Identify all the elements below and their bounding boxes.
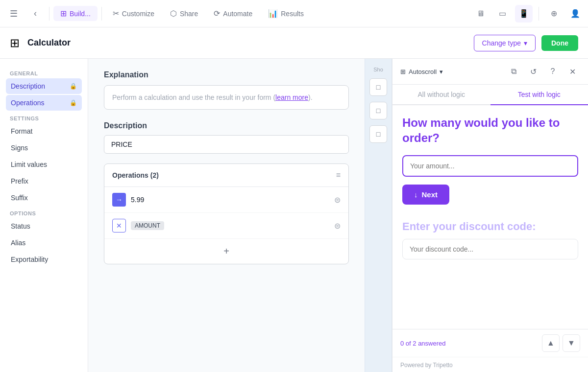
preview-area: How many would you like to order? ↓ Next… [392,105,588,329]
operation-row-1: → 5.99 ⊜ [104,187,348,213]
nav-divider-1 [49,7,49,21]
menu-button[interactable]: ☰ [4,4,24,23]
automate-icon: ⟳ [214,9,220,18]
bottom-bar: 0 of 2 answered ▲ ▼ [392,329,588,357]
customize-icon: ✂ [113,9,119,18]
close-right-panel-button[interactable]: ✕ [564,64,580,79]
sidebar-item-status[interactable]: Status [6,218,82,234]
nav-divider-3 [539,7,539,21]
nav-tab-build[interactable]: ⊞ Build... [53,6,98,21]
nav-tab-customize[interactable]: ✂ Customize [106,6,161,21]
middle-divider: Sho □ □ □ [365,59,392,372]
arrow-up-button[interactable]: ▲ [542,334,560,352]
share-icon: ⬡ [170,9,177,18]
left-sidebar: General Description 🔒 Operations 🔒 Setti… [0,59,88,372]
refresh-button[interactable]: ↺ [525,64,541,79]
autoscroll-button[interactable]: ⊞ Autoscroll ▾ [400,68,443,75]
logic-tabs: All without logic Test with logic [392,85,588,105]
discount-input[interactable] [402,239,578,259]
multiply-icon: ✕ [112,219,126,232]
nav-tab-results[interactable]: 📊 Results [261,6,311,21]
sidebar-item-operations[interactable]: Operations 🔒 [6,95,82,111]
sidebar-item-description[interactable]: Description 🔒 [6,78,82,94]
arrow-right-icon: → [112,193,126,207]
general-section-label: General [6,67,82,78]
tab-all-without-logic[interactable]: All without logic [392,85,490,105]
sidebar-item-exportability[interactable]: Exportability [6,252,82,267]
sidebar-item-suffix[interactable]: Suffix [6,190,82,206]
center-content: Explanation Perform a calculation and us… [88,59,365,372]
chevron-down-icon: ▾ [524,39,527,47]
tablet-view-button[interactable]: ▭ [493,5,511,23]
user-button[interactable]: 👤 [566,5,584,23]
learn-more-link[interactable]: learn more [275,93,308,101]
down-arrow-icon: ↓ [414,190,418,199]
tab-test-with-logic[interactable]: Test with logic [490,85,588,105]
answered-text: 0 of 2 answered [400,340,446,347]
right-header-icons: ⧉ ↺ ? ✕ [506,64,580,79]
main-layout: General Description 🔒 Operations 🔒 Setti… [0,59,588,372]
settings-section-label: Settings [6,112,82,123]
done-button[interactable]: Done [541,35,578,51]
mid-button-1[interactable]: □ [369,78,387,96]
next-button[interactable]: ↓ Next [402,185,449,205]
powered-by-bar: Powered by Tripetto [392,357,588,372]
calculator-title: Calculator [27,38,71,48]
options-section-label: Options [6,207,82,218]
nav-right-section: 🖥 ▭ 📱 ⊕ 👤 [472,5,584,23]
right-panel-header: ⊞ Autoscroll ▾ ⧉ ↺ ? ✕ [392,59,588,85]
back-button[interactable]: ‹ [25,4,45,23]
globe-button[interactable]: ⊕ [545,5,563,23]
sidebar-item-format[interactable]: Format [6,123,82,139]
copy-button[interactable]: ⧉ [506,64,521,79]
mobile-view-button[interactable]: 📱 [515,5,533,23]
description-label: Description [104,121,349,130]
mid-button-2[interactable]: □ [369,102,387,119]
autoscroll-chevron-icon: ▾ [440,68,443,75]
add-icon: + [223,246,229,257]
sidebar-item-limit-values[interactable]: Limit values [6,157,82,172]
autoscroll-icon: ⊞ [400,68,406,75]
operation-1-menu-icon[interactable]: ⊜ [334,195,341,205]
operation-2-menu-icon[interactable]: ⊜ [334,221,341,231]
explanation-title: Explanation [104,70,349,79]
discount-label: Enter your discount code: [402,220,578,233]
powered-by-text: Powered by Tripetto [400,362,453,369]
amount-input[interactable] [402,155,578,177]
results-icon: 📊 [268,9,278,18]
lock-icon-description: 🔒 [70,83,77,90]
calculator-logo-icon: ⊞ [10,36,20,50]
sidebar-item-alias[interactable]: Alias [6,235,82,251]
show-label: Sho [373,67,383,72]
sidebar-item-signs[interactable]: Signs [6,140,82,156]
build-icon: ⊞ [60,9,67,18]
sidebar-item-prefix[interactable]: Prefix [6,173,82,189]
top-navigation: ☰ ‹ ⊞ Build... ✂ Customize ⬡ Share ⟳ Aut… [0,0,588,27]
operations-header: Operations (2) ≡ [104,164,348,187]
explanation-box: Perform a calculation and use the result… [104,85,349,110]
lock-icon-operations: 🔒 [70,99,77,106]
right-panel: ⊞ Autoscroll ▾ ⧉ ↺ ? ✕ All without logic… [392,59,588,372]
operations-title: Operations (2) [112,171,159,179]
help-button[interactable]: ? [545,64,561,79]
desktop-view-button[interactable]: 🖥 [472,5,490,23]
nav-tab-share[interactable]: ⬡ Share [163,6,205,21]
operation-1-value: 5.99 [131,196,329,204]
operation-2-tag: AMOUNT [131,221,164,230]
add-operation-row[interactable]: + [104,239,348,264]
description-input[interactable] [104,135,349,154]
question-heading: How many would you like to order? [402,115,578,145]
hamburger-icon: ≡ [336,171,341,180]
nav-arrows: ▲ ▼ [542,334,580,352]
nav-divider-2 [101,7,102,21]
nav-tab-automate[interactable]: ⟳ Automate [207,6,259,21]
operation-row-2: ✕ AMOUNT ⊜ [104,213,348,239]
mid-button-3[interactable]: □ [369,125,387,143]
operations-box: Operations (2) ≡ → 5.99 ⊜ ✕ AMOUNT ⊜ + [104,163,349,264]
change-type-button[interactable]: Change type ▾ [474,35,536,51]
arrow-down-button[interactable]: ▼ [563,334,580,352]
sub-header: ⊞ Calculator Change type ▾ Done [0,27,588,59]
